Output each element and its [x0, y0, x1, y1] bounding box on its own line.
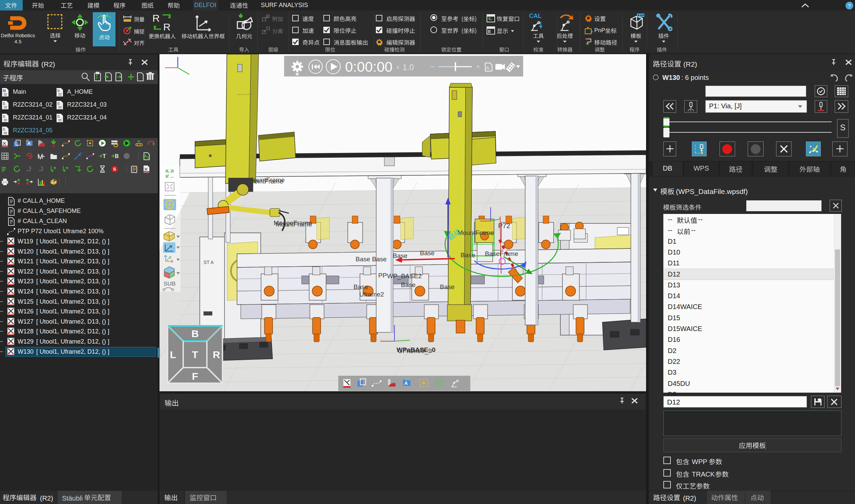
svg-text:M: M — [3, 89, 6, 93]
svg-text:ST A: ST A — [203, 259, 214, 265]
svg-text:Base Base: Base Base — [356, 255, 387, 263]
svg-text:S: S — [113, 166, 116, 172]
svg-text:R: R — [163, 21, 171, 32]
svg-text:S: S — [57, 89, 59, 93]
svg-text:UFrame0_9: UFrame0_9 — [398, 347, 432, 355]
svg-text:1.0: 1.0 — [403, 62, 414, 72]
svg-text:R: R — [213, 349, 220, 360]
svg-text:SUB: SUB — [163, 281, 176, 287]
svg-text:0:00:00: 0:00:00 — [345, 59, 392, 75]
svg-text:Base: Base — [401, 281, 415, 288]
svg-text:A: A — [404, 380, 408, 386]
svg-text:Base: Base — [354, 283, 368, 290]
svg-text:S: S — [147, 155, 149, 159]
svg-text:PP: PP — [378, 272, 387, 279]
svg-text:Base: Base — [393, 252, 407, 259]
svg-text:A: A — [28, 141, 31, 146]
svg-text:BaseFrame: BaseFrame — [485, 250, 518, 257]
svg-text:S: S — [3, 127, 5, 131]
svg-text:MountFrame: MountFrame — [458, 229, 494, 236]
svg-text:PointFrame: PointFrame — [250, 178, 283, 185]
svg-text:L: L — [170, 349, 176, 360]
svg-text:Base: Base — [420, 250, 434, 256]
svg-text:Base: Base — [461, 252, 475, 258]
svg-text:A: A — [486, 65, 489, 70]
svg-text:S: S — [3, 114, 5, 119]
svg-text:B: B — [191, 328, 199, 339]
svg-text:MountFrame: MountFrame — [275, 221, 312, 228]
svg-text:F: F — [192, 371, 198, 382]
svg-text:R: R — [153, 13, 160, 24]
svg-text:T: T — [192, 349, 198, 360]
svg-text:S: S — [57, 114, 59, 119]
svg-text:B: B — [115, 153, 119, 159]
svg-text:P72: P72 — [498, 222, 510, 230]
svg-text:Base: Base — [440, 283, 455, 290]
svg-text:T: T — [103, 153, 106, 159]
svg-text:S: S — [57, 102, 59, 106]
svg-text:Uframe2: Uframe2 — [359, 291, 384, 298]
svg-text:WP_BASE2: WP_BASE2 — [387, 272, 422, 280]
svg-text:S: S — [3, 102, 5, 106]
svg-text:x: x — [396, 64, 399, 70]
